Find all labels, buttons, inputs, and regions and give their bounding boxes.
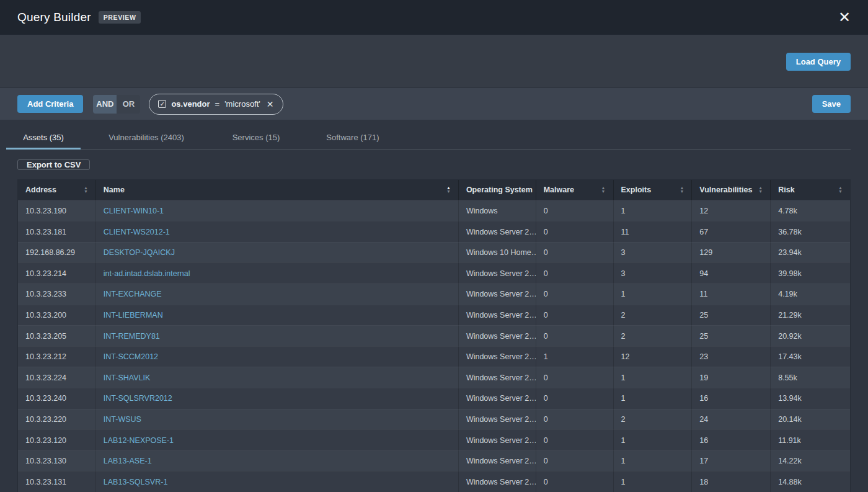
asset-name-link[interactable]: INT-LIEBERMAN <box>104 311 163 320</box>
table-row: 10.3.23.240INT-SQLSRVR2012Windows Server… <box>18 388 850 409</box>
cell-risk: 4.78k <box>771 200 850 221</box>
cell-malware: 0 <box>536 200 614 221</box>
asset-name-link[interactable]: INT-SCCM2012 <box>104 352 158 361</box>
save-button[interactable]: Save <box>812 95 851 113</box>
cell-address: 10.3.23.120 <box>18 429 96 450</box>
cell-vulnerabilities: 129 <box>692 242 771 263</box>
cell-operating-system: Windows Server 2… <box>459 471 536 492</box>
sort-arrows-icon[interactable]: ▲▼ <box>84 186 88 194</box>
sort-arrows-icon[interactable]: ▲▼ <box>838 186 843 194</box>
column-header-exploits[interactable]: Exploits▲▼ <box>614 180 693 200</box>
asset-name-link[interactable]: CLIENT-WS2012-1 <box>104 228 170 236</box>
column-header-operating-system[interactable]: Operating System▲▼ <box>459 180 536 200</box>
column-header-vulnerabilities[interactable]: Vulnerabilities▲▼ <box>692 180 771 200</box>
cell-malware: 0 <box>536 284 614 305</box>
column-label: Malware <box>544 186 574 194</box>
cell-risk: 11.91k <box>771 429 850 450</box>
asset-name-link[interactable]: DESKTOP-JQAICKJ <box>104 248 175 257</box>
cell-exploits: 2 <box>614 325 693 346</box>
asset-name-link[interactable]: INT-REMEDY81 <box>104 332 160 341</box>
page-title: Query Builder <box>17 11 91 24</box>
cell-operating-system: Windows Server 2… <box>459 388 536 409</box>
cell-malware: 0 <box>536 388 614 409</box>
criteria-chip[interactable]: ✓ os.vendor = 'microsoft' ✕ <box>149 94 283 115</box>
cell-operating-system: Windows Server 2… <box>459 325 536 346</box>
column-label: Operating System <box>466 186 533 194</box>
cell-malware: 0 <box>536 305 614 326</box>
table-header-row: Address▲▼Name▲▼Operating System▲▼Malware… <box>18 180 850 200</box>
asset-name-link[interactable]: INT-EXCHANGE <box>104 290 162 298</box>
cell-address: 10.3.23.224 <box>18 367 96 388</box>
column-header-name[interactable]: Name▲▼ <box>96 180 459 200</box>
column-label: Vulnerabilities <box>699 186 752 194</box>
close-icon[interactable]: ✕ <box>838 10 851 25</box>
cell-malware: 0 <box>536 450 614 472</box>
column-header-risk[interactable]: Risk▲▼ <box>771 180 850 200</box>
asset-name-link[interactable]: LAB13-ASE-1 <box>104 457 152 465</box>
tab-assets[interactable]: Assets (35) <box>6 127 81 150</box>
cell-risk: 14.22k <box>771 450 850 472</box>
cell-name: LAB13-SQLSVR-1 <box>96 471 459 492</box>
remove-criteria-icon[interactable]: ✕ <box>267 99 274 109</box>
tab-vulnerabilities[interactable]: Vulnerabilities (2403) <box>81 127 212 150</box>
sort-arrows-icon[interactable]: ▲▼ <box>601 186 606 194</box>
cell-vulnerabilities: 16 <box>692 388 771 409</box>
tab-software[interactable]: Software (171) <box>300 127 405 150</box>
cell-address: 10.3.23.220 <box>18 409 96 430</box>
table-row: 10.3.23.200INT-LIEBERMANWindows Server 2… <box>18 305 850 326</box>
add-criteria-button[interactable]: Add Criteria <box>17 95 83 113</box>
cell-name: INT-LIEBERMAN <box>96 305 459 326</box>
cell-vulnerabilities: 25 <box>692 325 771 346</box>
asset-name-link[interactable]: INT-WSUS <box>104 415 141 424</box>
asset-name-link[interactable]: LAB13-SQLSVR-1 <box>104 478 168 486</box>
cell-risk: 20.14k <box>771 409 850 430</box>
cell-name: int-ad.intad.dslab.internal <box>96 262 459 284</box>
cell-address: 10.3.23.131 <box>18 471 96 492</box>
asset-name-link[interactable]: int-ad.intad.dslab.internal <box>104 269 190 278</box>
cell-address: 10.3.23.240 <box>18 388 96 409</box>
cell-malware: 0 <box>536 221 614 242</box>
cell-name: CLIENT-WS2012-1 <box>96 221 459 242</box>
load-query-button[interactable]: Load Query <box>786 53 851 71</box>
cell-malware: 0 <box>536 471 614 492</box>
cell-malware: 0 <box>536 325 614 346</box>
and-toggle-option[interactable]: AND <box>93 95 117 114</box>
cell-name: INT-SQLSRVR2012 <box>96 388 459 409</box>
column-header-malware[interactable]: Malware▲▼ <box>536 180 614 200</box>
table-row: 192.168.86.29DESKTOP-JQAICKJWindows 10 H… <box>18 242 850 263</box>
results-section: Assets (35)Vulnerabilities (2403)Service… <box>0 120 868 492</box>
tab-services[interactable]: Services (15) <box>212 127 300 150</box>
export-to-csv-button[interactable]: Export to CSV <box>17 159 90 170</box>
cell-risk: 20.92k <box>771 325 850 346</box>
cell-operating-system: Windows Server 2… <box>459 367 536 388</box>
or-toggle-option[interactable]: OR <box>117 95 140 114</box>
cell-vulnerabilities: 12 <box>692 200 771 221</box>
table-row: 10.3.23.205INT-REMEDY81Windows Server 2…… <box>18 325 850 346</box>
cell-malware: 0 <box>536 262 614 284</box>
asset-name-link[interactable]: INT-SHAVLIK <box>104 373 150 382</box>
table-row: 10.3.23.214int-ad.intad.dslab.internalWi… <box>18 262 850 284</box>
column-header-address[interactable]: Address▲▼ <box>18 180 96 200</box>
sort-arrows-icon[interactable]: ▲▼ <box>446 186 451 194</box>
cell-address: 10.3.23.181 <box>18 221 96 242</box>
cell-address: 10.3.23.130 <box>18 450 96 472</box>
cell-malware: 1 <box>536 346 614 367</box>
result-tabs: Assets (35)Vulnerabilities (2403)Service… <box>6 127 851 150</box>
cell-malware: 0 <box>536 242 614 263</box>
sort-arrows-icon[interactable]: ▲▼ <box>758 186 763 194</box>
cell-risk: 21.29k <box>771 305 850 326</box>
cell-malware: 0 <box>536 367 614 388</box>
cell-exploits: 1 <box>614 200 693 221</box>
checkbox-checked-icon[interactable]: ✓ <box>158 100 166 108</box>
asset-name-link[interactable]: LAB12-NEXPOSE-1 <box>104 436 174 445</box>
cell-exploits: 1 <box>614 388 693 409</box>
cell-name: INT-SHAVLIK <box>96 367 459 388</box>
cell-vulnerabilities: 94 <box>692 262 771 284</box>
assets-table: Address▲▼Name▲▼Operating System▲▼Malware… <box>17 179 851 492</box>
sort-arrows-icon[interactable]: ▲▼ <box>680 186 684 194</box>
asset-name-link[interactable]: CLIENT-WIN10-1 <box>104 207 164 215</box>
cell-exploits: 1 <box>614 367 693 388</box>
cell-address: 192.168.86.29 <box>18 242 96 263</box>
cell-operating-system: Windows Server 2… <box>459 450 536 472</box>
asset-name-link[interactable]: INT-SQLSRVR2012 <box>104 394 172 403</box>
